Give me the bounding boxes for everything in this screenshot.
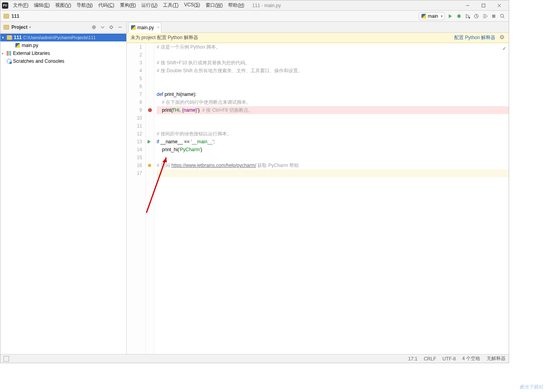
status-bar: 17:1 CRLF UTF-8 4 个空格 无解释器 极光下载站 (0, 354, 509, 363)
title-bar: PC 文件(F)编辑(E)视图(V)导航(N)代码(C)重构(R)运行(U)工具… (0, 0, 509, 11)
menu-帮助[interactable]: 帮助(H) (226, 1, 247, 9)
close-tab-button[interactable]: × (157, 25, 159, 30)
profile-button[interactable] (473, 13, 480, 19)
project-tool-window: Project ▾ ▾ 111 C:\Users\admin\PycharmPr… (0, 22, 127, 354)
tree-external-label: External Libraries (13, 51, 50, 56)
menu-窗口[interactable]: 窗口(W) (203, 1, 225, 9)
project-panel-title[interactable]: Project (11, 24, 28, 30)
menu-运行[interactable]: 运行(U) (139, 1, 160, 9)
warning-dot-icon[interactable] (148, 164, 151, 167)
libraries-icon (7, 51, 11, 56)
tree-project-root[interactable]: ▾ 111 C:\Users\admin\PycharmProjects\111 (0, 34, 126, 41)
svg-point-1 (468, 17, 470, 19)
menu-视图[interactable]: 视图(V) (53, 1, 73, 9)
run-coverage-button[interactable] (465, 13, 471, 19)
tree-external-libraries[interactable]: ▸ External Libraries (0, 49, 126, 57)
gutter-marks[interactable] (146, 43, 154, 354)
svg-point-7 (501, 36, 503, 38)
window-controls (460, 0, 507, 11)
scratches-icon (7, 59, 11, 64)
menu-VCS[interactable]: VCS(S) (182, 1, 202, 9)
line-number-gutter[interactable]: 1234567891011121314151617 (127, 43, 146, 354)
breakpoint-icon[interactable] (148, 108, 152, 112)
code-line-17[interactable] (157, 169, 509, 177)
run-config-selector[interactable]: main (419, 12, 445, 20)
tab-label: main.py (137, 25, 154, 30)
code-line-7[interactable]: def print_hi(name): (157, 90, 509, 98)
more-actions-button[interactable] (482, 13, 488, 19)
code-line-10[interactable] (157, 114, 509, 122)
expand-all-button[interactable] (99, 25, 106, 30)
status-line-separator[interactable]: CRLF (424, 356, 436, 362)
menu-编辑[interactable]: 编辑(E) (32, 1, 52, 9)
status-indent[interactable]: 4 个空格 (462, 355, 480, 362)
editor-tab-mainpy[interactable]: main.py × (128, 22, 161, 33)
editor-tab-bar: main.py × (127, 22, 509, 33)
status-encoding[interactable]: UTF-8 (442, 356, 456, 362)
project-panel-header: Project ▾ (0, 22, 126, 33)
python-icon (421, 14, 426, 19)
code-line-4[interactable]: # 按 Double Shift 在所有地方搜索类、文件、工具窗口、操作和设置。 (157, 67, 509, 75)
code-line-12[interactable]: # 按间距中的绿色按钮以运行脚本。 (157, 130, 509, 138)
svg-rect-3 (492, 15, 495, 18)
tree-file-mainpy[interactable]: main.py (0, 41, 126, 49)
tree-root-path: C:\Users\admin\PycharmProjects\111 (23, 35, 96, 40)
code-editor[interactable]: 1234567891011121314151617 ✓ # 这是一个示例 Pyt… (127, 43, 509, 354)
settings-button[interactable] (108, 25, 114, 30)
interpreter-warning-banner: 未为 project 配置 Python 解释器 配置 Python 解释器 (127, 33, 509, 43)
menu-文件[interactable]: 文件(F) (11, 1, 31, 9)
code-line-14[interactable]: print_hi('PyCharm') (157, 146, 509, 154)
menu-重构[interactable]: 重构(R) (118, 1, 139, 9)
svg-rect-0 (482, 4, 485, 7)
close-button[interactable] (491, 0, 507, 11)
code-line-5[interactable] (157, 75, 509, 83)
warning-text: 未为 project 配置 Python 解释器 (131, 34, 198, 41)
project-tree[interactable]: ▾ 111 C:\Users\admin\PycharmProjects\111… (0, 33, 126, 66)
svg-point-6 (110, 26, 112, 28)
code-line-9[interactable]: print(f'Hi, {name}') # 按 Ctrl+F8 切换断点。 (157, 106, 509, 114)
hide-button[interactable] (117, 25, 123, 30)
tree-scratches[interactable]: Scratches and Consoles (0, 57, 126, 65)
code-line-1[interactable]: # 这是一个示例 Python 脚本。 (157, 43, 509, 51)
status-position[interactable]: 17:1 (408, 356, 417, 362)
stop-button[interactable] (491, 13, 497, 19)
inspection-ok-icon[interactable]: ✓ (502, 45, 506, 53)
code-line-15[interactable] (157, 154, 509, 161)
code-content[interactable]: ✓ # 这是一个示例 Python 脚本。# 按 Shift+F10 执行或将其… (154, 43, 509, 354)
code-line-11[interactable] (157, 122, 509, 130)
breadcrumb[interactable]: 111 (11, 13, 19, 19)
project-icon (4, 25, 9, 30)
folder-icon (4, 14, 9, 19)
code-line-6[interactable] (157, 83, 509, 90)
folder-icon (7, 35, 12, 40)
app-icon: PC (2, 2, 8, 9)
banner-settings-icon[interactable] (499, 34, 505, 41)
search-everywhere-button[interactable] (499, 13, 506, 19)
minimize-button[interactable] (460, 0, 476, 11)
code-line-3[interactable]: # 按 Shift+F10 执行或将其替换为您的代码。 (157, 59, 509, 67)
run-config-name: main (428, 13, 438, 19)
run-button[interactable] (447, 13, 453, 19)
svg-point-4 (500, 14, 504, 17)
navigation-bar: 111 main (0, 11, 509, 22)
maximize-button[interactable] (476, 0, 491, 11)
window-title: 111 - main.py (252, 3, 281, 8)
select-opened-file-button[interactable] (91, 25, 97, 30)
code-line-13[interactable]: if __name__ == '__main__': (157, 138, 509, 146)
menu-工具[interactable]: 工具(T) (161, 1, 181, 9)
editor-area: main.py × 未为 project 配置 Python 解释器 配置 Py… (127, 22, 509, 354)
configure-interpreter-link[interactable]: 配置 Python 解释器 (454, 34, 495, 41)
menu-导航[interactable]: 导航(N) (74, 1, 95, 9)
code-line-8[interactable]: # 在下面的代码行中使用断点来调试脚本。 (157, 98, 509, 106)
tree-scratches-label: Scratches and Consoles (13, 58, 64, 64)
debug-button[interactable] (456, 13, 462, 19)
status-interpreter[interactable]: 无解释器 (487, 355, 506, 362)
tree-root-name: 111 (14, 35, 22, 40)
toolwindow-button[interactable] (4, 356, 9, 362)
menu-代码[interactable]: 代码(C) (96, 1, 117, 9)
python-file-icon (15, 43, 20, 48)
code-line-16[interactable]: # 访问 https://www.jetbrains.com/help/pych… (157, 161, 509, 169)
run-gutter-icon[interactable] (148, 140, 151, 144)
main-menu: 文件(F)编辑(E)视图(V)导航(N)代码(C)重构(R)运行(U)工具(T)… (11, 1, 247, 9)
code-line-2[interactable] (157, 51, 509, 59)
